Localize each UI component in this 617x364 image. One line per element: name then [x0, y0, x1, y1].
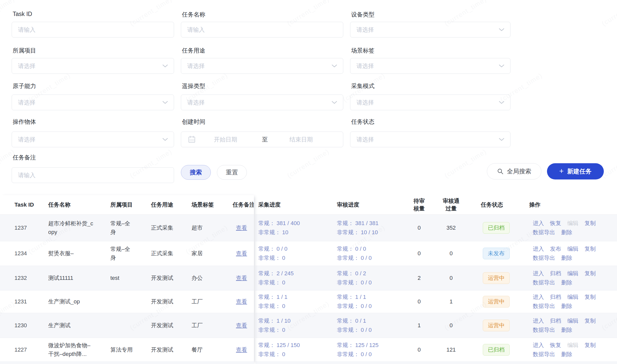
cell-pending-count: 0 [418, 345, 421, 354]
reset-button[interactable]: 重置 [217, 165, 247, 180]
col-header-status: 任务状态 [481, 201, 503, 209]
filter-field-project[interactable]: 请选择 [12, 58, 174, 74]
cell-task-id: 1227 [14, 345, 27, 354]
search-icon [497, 168, 504, 175]
action-link[interactable]: 复制 [585, 220, 596, 226]
col-header-project: 所属项目 [110, 201, 133, 209]
action-link[interactable]: 数据导出 [533, 229, 555, 235]
action-link[interactable]: 删除 [561, 255, 572, 261]
action-link[interactable]: 删除 [561, 327, 572, 333]
action-link[interactable]: 归档 [550, 318, 561, 324]
cell-status: 运营中 [483, 296, 510, 307]
cell-collect-progress: 常规： 1 / 1非常规： 0 [258, 293, 287, 311]
table-scroll-pane[interactable]: 采集进度审核进度待审核量审核通过量任务状态操作常规： 381 / 400非常规：… [255, 195, 617, 364]
cell-project: 算法专用 [110, 345, 134, 354]
action-link[interactable]: 数据导出 [533, 303, 555, 309]
remark-view-link[interactable]: 查看 [236, 249, 247, 258]
filter-label-task-name: 任务名称 [182, 11, 205, 19]
filter-field-scene-tag[interactable]: 请选择 [350, 58, 510, 74]
filter-label-create-time: 创建时间 [182, 118, 205, 126]
filter-field-device-type[interactable]: 请选择 [350, 22, 510, 38]
action-link[interactable]: 删除 [561, 351, 572, 357]
action-link[interactable]: 进入 [533, 318, 544, 324]
action-link[interactable]: 复制 [585, 294, 596, 300]
cell-purpose: 开发测试 [151, 345, 173, 354]
action-link[interactable]: 复制 [585, 246, 596, 252]
cell-scene-tag: 办公 [192, 274, 203, 282]
new-task-button[interactable]: + 新建任务 [547, 163, 604, 179]
action-link[interactable]: 归档 [550, 294, 561, 300]
task-remark-input[interactable] [12, 168, 174, 183]
task-name-input[interactable] [181, 22, 343, 37]
action-link[interactable]: 数据导出 [533, 351, 555, 357]
action-link[interactable]: 归档 [550, 270, 561, 277]
action-link[interactable]: 进入 [533, 294, 544, 300]
action-link[interactable]: 复制 [585, 342, 596, 348]
action-link[interactable]: 发布 [550, 246, 561, 252]
cell-review-progress: 常规： 125 / 125非常规： 0 / 0 [337, 341, 379, 359]
action-link[interactable]: 进入 [533, 220, 544, 226]
action-link[interactable]: 进入 [533, 342, 544, 348]
action-link[interactable]: 删除 [561, 303, 572, 309]
global-search-button[interactable]: 全局搜索 [487, 163, 541, 179]
cell-status: 已归档 [483, 222, 510, 234]
filter-label-collect-mode: 采集模式 [351, 82, 374, 90]
action-link[interactable]: 恢复 [550, 220, 561, 226]
action-link[interactable]: 删除 [561, 279, 572, 286]
filter-field-task-status[interactable]: 请选择 [350, 132, 510, 147]
action-link[interactable]: 编辑 [567, 246, 578, 252]
remark-view-link[interactable]: 查看 [236, 224, 247, 232]
date-end-placeholder[interactable]: 结束日期 [289, 136, 313, 143]
plus-icon: + [559, 167, 564, 175]
cell-task-id: 1234 [14, 249, 27, 258]
filter-field-task-name [181, 22, 343, 38]
action-link[interactable]: 数据导出 [533, 279, 555, 286]
date-start-placeholder[interactable]: 开始日期 [214, 136, 237, 143]
filter-field-create-time[interactable]: 开始日期至结束日期 [181, 132, 343, 147]
filter-label-atomic-capability: 原子能力 [13, 82, 36, 90]
action-link[interactable]: 恢复 [550, 342, 561, 348]
filter-label-scene-tag: 场景标签 [351, 47, 374, 54]
action-link[interactable]: 复制 [585, 318, 596, 324]
cell-review-progress: 常规： 0 / 2非常规： 0 / 0 [337, 269, 372, 287]
action-link[interactable]: 复制 [585, 270, 596, 277]
cell-pending-count: 0 [418, 224, 421, 232]
cell-purpose: 开发测试 [151, 297, 173, 306]
action-link[interactable]: 编辑 [567, 318, 578, 324]
filter-label-task-id: Task ID [13, 11, 32, 17]
filter-field-task-purpose[interactable]: 请选择 [181, 58, 343, 74]
remark-view-link[interactable]: 查看 [236, 297, 247, 306]
chevron-down-icon [162, 64, 168, 68]
col-header-collect: 采集进度 [258, 201, 281, 209]
remark-view-link[interactable]: 查看 [236, 274, 247, 282]
action-link[interactable]: 编辑 [567, 270, 578, 277]
cell-approved-count: 121 [447, 345, 456, 354]
cell-task-name: 熨烫衣服– [48, 249, 94, 258]
filter-field-teleop-type[interactable]: 请选择 [181, 95, 343, 110]
cell-task-id: 1232 [14, 274, 27, 282]
filter-field-operation-object[interactable]: 请选择 [12, 132, 174, 147]
action-link[interactable]: 删除 [561, 229, 572, 235]
operation-object-placeholder: 请选择 [18, 136, 36, 143]
remark-view-link[interactable]: 查看 [236, 321, 247, 330]
table-row: 常规： 2 / 245非常规： 0常规： 0 / 2非常规： 0 / 020运营… [255, 266, 617, 290]
atomic-capability-placeholder: 请选择 [18, 99, 36, 106]
action-link[interactable]: 进入 [533, 246, 544, 252]
cell-approved-count: 0 [450, 274, 453, 282]
next-row-sliver [255, 362, 617, 364]
cell-actions: 进入发布编辑复制数据导出删除 [533, 244, 609, 263]
filter-field-atomic-capability[interactable]: 请选择 [12, 95, 174, 110]
task-id-input[interactable] [12, 22, 174, 37]
search-button[interactable]: 搜索 [181, 165, 211, 180]
action-link[interactable]: 编辑 [567, 294, 578, 300]
cell-purpose: 开发测试 [151, 274, 173, 282]
action-link[interactable]: 进入 [533, 270, 544, 277]
action-link[interactable]: 数据导出 [533, 255, 555, 261]
filter-field-collect-mode[interactable]: 请选择 [350, 95, 510, 110]
cell-collect-progress: 常规： 0 / 0非常规： 0 [258, 244, 287, 263]
action-link[interactable]: 数据导出 [533, 327, 555, 333]
device-type-placeholder: 请选择 [356, 26, 374, 34]
cell-task-id: 1231 [14, 297, 27, 306]
remark-view-link[interactable]: 查看 [236, 345, 247, 354]
date-separator: 至 [262, 136, 268, 143]
